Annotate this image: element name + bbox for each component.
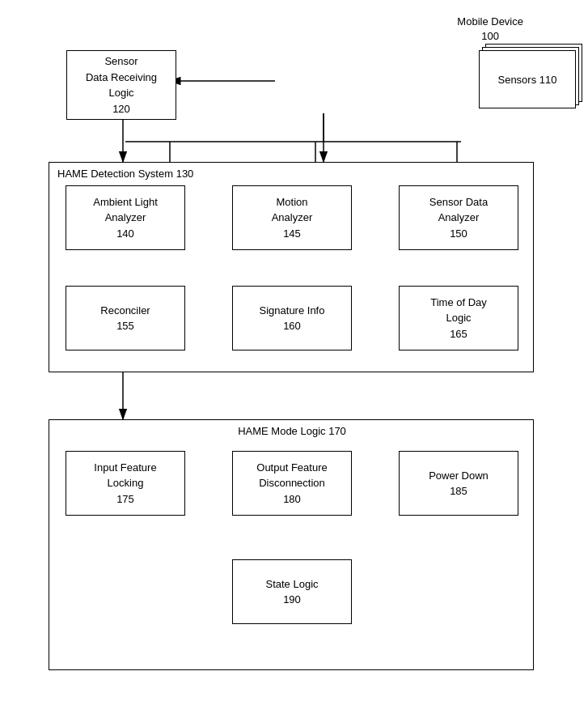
motion-analyzer-box: MotionAnalyzer145	[232, 185, 352, 250]
input-feature-locking-box: Input FeatureLocking175	[66, 451, 185, 516]
signature-info-text: Signature Info160	[260, 303, 325, 334]
state-logic-box: State Logic190	[232, 559, 352, 624]
mobile-device-label: Mobile Device 100	[457, 15, 523, 44]
input-feature-locking-text: Input FeatureLocking175	[94, 460, 156, 508]
hame-mode-container: HAME Mode Logic 170 Input FeatureLocking…	[49, 419, 534, 670]
diagram-container: Mobile Device 100 ↙ Sensor Data Receivin…	[0, 0, 588, 718]
hame-detection-container: HAME Detection System 130 Ambient LightA…	[49, 162, 534, 372]
ambient-light-box: Ambient LightAnalyzer140	[66, 185, 185, 250]
time-of-day-box: Time of DayLogic165	[399, 286, 518, 351]
sensor-data-analyzer-box: Sensor DataAnalyzer150	[399, 185, 518, 250]
sensors-stack-front: Sensors 110	[479, 50, 576, 108]
power-down-text: Power Down185	[429, 468, 489, 499]
mobile-device-number: 100	[481, 30, 499, 42]
motion-analyzer-text: MotionAnalyzer145	[272, 194, 313, 242]
ambient-light-text: Ambient LightAnalyzer140	[93, 194, 158, 242]
state-logic-text: State Logic190	[265, 576, 318, 608]
sensors-label: Sensors	[497, 74, 536, 86]
time-of-day-text: Time of DayLogic165	[430, 295, 487, 342]
sensors-number: 110	[539, 74, 557, 86]
sensor-data-receiving-box: Sensor Data Receiving Logic 120	[66, 50, 176, 120]
hame-mode-label: HAME Mode Logic 170	[57, 425, 527, 437]
output-feature-disconnection-box: Output FeatureDisconnection180	[232, 451, 352, 516]
power-down-box: Power Down185	[399, 451, 518, 516]
mobile-device-text: Mobile Device	[457, 15, 523, 28]
signature-info-box: Signature Info160	[232, 286, 352, 351]
hame-detection-label: HAME Detection System 130	[57, 168, 193, 180]
sensor-data-analyzer-text: Sensor DataAnalyzer150	[429, 194, 488, 242]
output-feature-disconnection-text: Output FeatureDisconnection180	[256, 460, 327, 508]
reconciler-text: Reconciler155	[100, 303, 150, 334]
sensor-data-receiving-text: Sensor Data Receiving Logic 120	[86, 53, 157, 117]
reconciler-box: Reconciler155	[66, 286, 185, 351]
